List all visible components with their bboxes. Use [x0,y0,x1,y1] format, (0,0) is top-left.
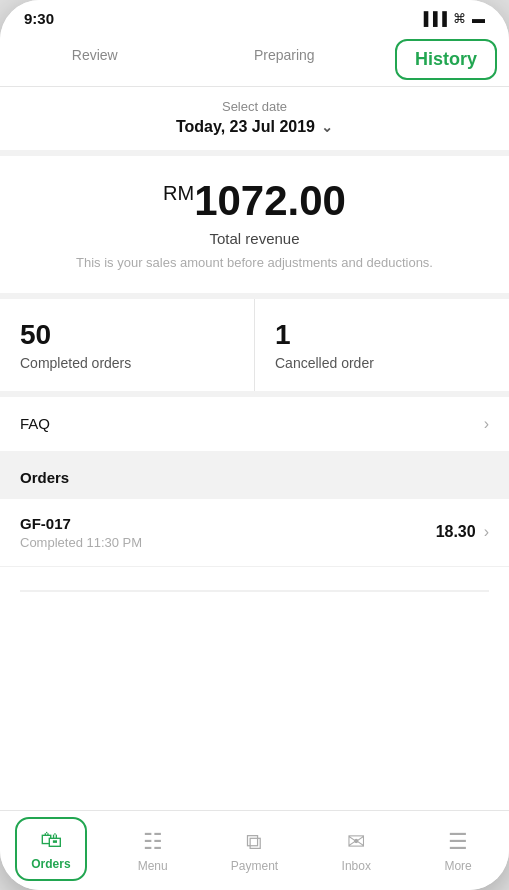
orders-header-label: Orders [20,469,69,486]
status-icons: ▐▐▐ ⌘ ▬ [419,11,485,26]
nav-more[interactable]: ☰ More [407,821,509,881]
order-amount: 18.30 [436,523,476,541]
orders-icon: 🛍 [40,827,62,853]
chevron-down-icon: ⌄ [321,119,333,135]
cancelled-label: Cancelled order [275,355,489,371]
date-selector[interactable]: Select date Today, 23 Jul 2019 ⌄ [0,87,509,156]
order-left: GF-017 Completed 11:30 PM [20,515,142,550]
stat-completed: 50 Completed orders [0,299,255,391]
revenue-note: This is your sales amount before adjustm… [20,253,489,273]
completed-number: 50 [20,319,234,351]
faq-row[interactable]: FAQ › [0,397,509,457]
battery-icon: ▬ [472,11,485,26]
nav-inbox[interactable]: ✉ Inbox [305,821,407,881]
nav-orders[interactable]: 🛍 Orders [0,809,102,891]
signal-icon: ▐▐▐ [419,11,447,26]
revenue-section: RM1072.00 Total revenue This is your sal… [0,156,509,299]
order-row[interactable]: GF-017 Completed 11:30 PM 18.30 › [0,499,509,567]
tab-review[interactable]: Review [0,33,190,86]
phone-frame: 9:30 ▐▐▐ ⌘ ▬ Review Preparing History Se… [0,0,509,890]
bottom-nav: 🛍 Orders ☷ Menu ⧉ Payment ✉ Inbox ☰ More [0,810,509,890]
revenue-label: Total revenue [20,230,489,247]
faq-label: FAQ [20,415,50,432]
order-row-partial [0,567,509,615]
date-value: Today, 23 Jul 2019 ⌄ [0,118,509,136]
payment-icon: ⧉ [246,829,262,855]
completed-label: Completed orders [20,355,234,371]
stat-cancelled: 1 Cancelled order [255,299,509,391]
menu-icon: ☷ [143,829,163,855]
faq-chevron-icon: › [484,415,489,433]
nav-payment[interactable]: ⧉ Payment [204,821,306,881]
status-time: 9:30 [24,10,54,27]
order-id: GF-017 [20,515,142,532]
menu-nav-label: Menu [138,859,168,873]
cancelled-number: 1 [275,319,489,351]
tab-history[interactable]: History [395,39,497,80]
tab-preparing[interactable]: Preparing [190,33,380,86]
stats-section: 50 Completed orders 1 Cancelled order [0,299,509,397]
tab-bar: Review Preparing History [0,33,509,87]
payment-nav-label: Payment [231,859,278,873]
orders-nav-box: 🛍 Orders [15,817,86,881]
more-nav-label: More [444,859,471,873]
inbox-nav-label: Inbox [342,859,371,873]
date-label: Select date [0,99,509,114]
nav-menu[interactable]: ☷ Menu [102,821,204,881]
orders-header: Orders [0,457,509,499]
status-bar: 9:30 ▐▐▐ ⌘ ▬ [0,0,509,33]
order-right: 18.30 › [436,523,489,541]
orders-nav-label: Orders [31,857,70,871]
wifi-icon: ⌘ [453,11,466,26]
order-chevron-icon: › [484,523,489,541]
more-icon: ☰ [448,829,468,855]
revenue-amount: RM1072.00 [20,180,489,222]
currency-symbol: RM [163,182,194,204]
order-status: Completed 11:30 PM [20,535,142,550]
inbox-icon: ✉ [347,829,365,855]
